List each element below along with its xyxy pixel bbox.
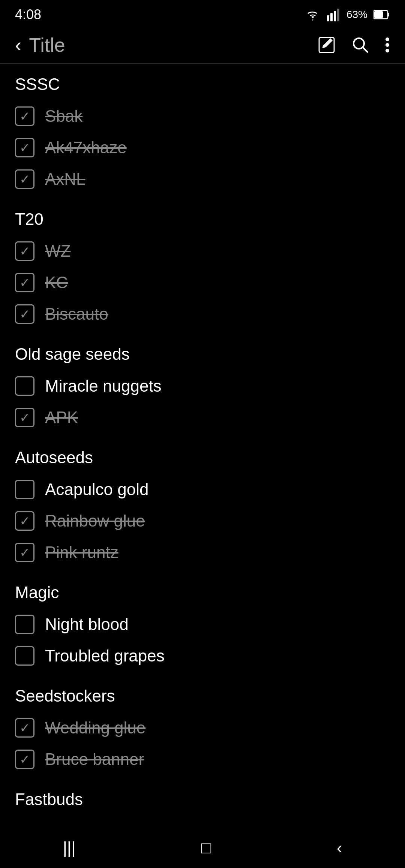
nav-bar: ||| □ ‹ <box>0 827 405 868</box>
checkbox-bruce-banner[interactable] <box>15 750 34 769</box>
checkbox-axnl[interactable] <box>15 169 34 189</box>
item-label-ak47xhaze: Ak47xhaze <box>45 138 127 157</box>
app-bar: ‹ Title <box>0 26 405 64</box>
group-title-sssc: SSSC <box>15 75 390 94</box>
svg-rect-2 <box>334 11 336 21</box>
status-icons: 63% <box>304 8 390 21</box>
checkbox-biscauto[interactable] <box>15 304 34 324</box>
list-item-sbak[interactable]: Sbak <box>15 100 390 132</box>
group-autoseeds: AutoseedsAcapulco goldRainbow gluePink r… <box>15 448 390 568</box>
more-icon[interactable] <box>385 36 390 54</box>
list-item-acapulco-gold[interactable]: Acapulco gold <box>15 474 390 505</box>
group-title-seedstockers: Seedstockers <box>15 687 390 705</box>
status-time: 4:08 <box>15 7 41 22</box>
group-title-t20: T20 <box>15 210 390 229</box>
svg-rect-0 <box>327 15 329 21</box>
search-icon[interactable] <box>351 36 370 54</box>
svg-line-9 <box>363 47 368 52</box>
group-seedstockers: SeedstockersWedding glueBruce banner <box>15 687 390 775</box>
checkbox-night-blood[interactable] <box>15 615 34 634</box>
group-title-autoseeds: Autoseeds <box>15 448 390 467</box>
item-label-night-blood: Night blood <box>45 615 129 634</box>
list-item-wedding-glue[interactable]: Wedding glue <box>15 712 390 744</box>
list-item-bruce-banner[interactable]: Bruce banner <box>15 744 390 775</box>
item-label-apk: APK <box>45 408 78 427</box>
checkbox-rainbow-glue[interactable] <box>15 511 34 531</box>
list-item-ak47xhaze[interactable]: Ak47xhaze <box>15 132 390 163</box>
checkbox-pink-runtz[interactable] <box>15 543 34 562</box>
content: SSSCSbakAk47xhazeAxNLT20WZKCBiscautoOld … <box>0 64 405 835</box>
home-button[interactable]: □ <box>201 838 212 857</box>
checkbox-troubled-grapes[interactable] <box>15 646 34 666</box>
app-bar-actions <box>317 36 390 54</box>
svg-point-10 <box>386 37 389 41</box>
checkbox-sbak[interactable] <box>15 106 34 126</box>
item-label-wedding-glue: Wedding glue <box>45 718 146 737</box>
item-label-axnl: AxNL <box>45 170 86 189</box>
list-item-troubled-grapes[interactable]: Troubled grapes <box>15 640 390 672</box>
checkbox-kc[interactable] <box>15 273 34 292</box>
list-item-pink-runtz[interactable]: Pink runtz <box>15 537 390 568</box>
list-item-rainbow-glue[interactable]: Rainbow glue <box>15 505 390 537</box>
checkbox-acapulco-gold[interactable] <box>15 480 34 499</box>
battery-icon <box>374 9 390 20</box>
item-label-biscauto: Biscauto <box>45 305 108 323</box>
group-title-fastbuds: Fastbuds <box>15 790 390 809</box>
status-bar: 4:08 63% <box>0 0 405 26</box>
group-old-sage-seeds: Old sage seedsMiracle nuggetsAPK <box>15 345 390 433</box>
item-label-wz: WZ <box>45 242 70 260</box>
svg-rect-6 <box>374 11 383 18</box>
group-title-magic: Magic <box>15 583 390 602</box>
item-label-acapulco-gold: Acapulco gold <box>45 480 148 499</box>
svg-point-12 <box>386 49 389 52</box>
svg-rect-1 <box>330 13 333 21</box>
nav-back-button[interactable]: ‹ <box>337 838 342 857</box>
checkbox-ak47xhaze[interactable] <box>15 138 34 157</box>
svg-rect-3 <box>337 9 339 21</box>
back-button[interactable]: ‹ <box>15 35 21 55</box>
svg-rect-5 <box>388 13 389 16</box>
group-t20: T20WZKCBiscauto <box>15 210 390 330</box>
item-label-troubled-grapes: Troubled grapes <box>45 647 165 665</box>
list-item-biscauto[interactable]: Biscauto <box>15 298 390 330</box>
item-label-miracle-nuggets: Miracle nuggets <box>45 377 162 395</box>
item-label-kc: KC <box>45 273 68 292</box>
item-label-bruce-banner: Bruce banner <box>45 750 144 769</box>
page-title: Title <box>29 34 317 56</box>
svg-point-8 <box>354 38 364 49</box>
group-sssc: SSSCSbakAk47xhazeAxNL <box>15 75 390 195</box>
wifi-icon <box>304 8 321 21</box>
list-item-kc[interactable]: KC <box>15 267 390 298</box>
item-label-sbak: Sbak <box>45 107 82 126</box>
list-item-axnl[interactable]: AxNL <box>15 163 390 195</box>
group-fastbuds: Fastbuds <box>15 790 390 809</box>
list-item-miracle-nuggets[interactable]: Miracle nuggets <box>15 370 390 402</box>
item-label-rainbow-glue: Rainbow glue <box>45 512 145 530</box>
list-item-wz[interactable]: WZ <box>15 235 390 267</box>
group-magic: MagicNight bloodTroubled grapes <box>15 583 390 672</box>
checkbox-apk[interactable] <box>15 408 34 427</box>
battery-percentage: 63% <box>346 9 368 21</box>
svg-point-11 <box>386 43 389 47</box>
checkbox-miracle-nuggets[interactable] <box>15 376 34 396</box>
checkbox-wz[interactable] <box>15 241 34 261</box>
list-item-apk[interactable]: APK <box>15 402 390 433</box>
list-item-night-blood[interactable]: Night blood <box>15 609 390 640</box>
edit-icon[interactable] <box>317 36 336 54</box>
signal-icon <box>327 8 340 21</box>
recent-apps-button[interactable]: ||| <box>63 838 75 857</box>
group-title-old-sage-seeds: Old sage seeds <box>15 345 390 364</box>
item-label-pink-runtz: Pink runtz <box>45 543 118 562</box>
checkbox-wedding-glue[interactable] <box>15 718 34 738</box>
